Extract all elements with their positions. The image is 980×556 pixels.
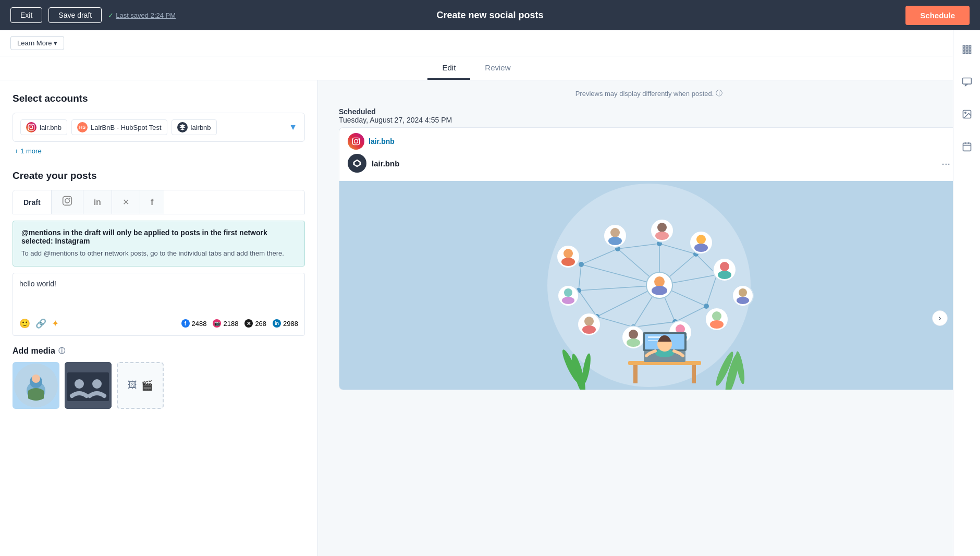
media-thumb-1[interactable] [13, 362, 59, 409]
top-bar-center: Create new social posts [436, 10, 543, 21]
image-icon: 🖼 [128, 380, 137, 391]
preview-note: Previews may display differently when po… [318, 80, 980, 103]
instagram-dot: 📷 [213, 319, 221, 328]
svg-point-79 [582, 325, 596, 334]
ai-icon[interactable]: ✦ [52, 318, 59, 329]
avatar-instagram [26, 122, 36, 132]
last-saved-link[interactable]: Last saved 2:24 PM [116, 11, 176, 19]
svg-point-78 [584, 317, 594, 326]
account-chip-label-dark: lairbnb [191, 124, 211, 131]
select-accounts-section: Select accounts lair.bnb HS LairBnB - Hu… [13, 93, 305, 155]
select-accounts-title: Select accounts [13, 93, 305, 104]
right-panel: Previews may display differently when po… [318, 80, 980, 556]
draft-tab-instagram[interactable] [52, 190, 83, 214]
svg-point-12 [75, 379, 84, 389]
media-thumb-2[interactable] [65, 362, 112, 409]
account-chip-lairbnb-instagram[interactable]: lair.bnb [20, 119, 67, 135]
account-chip-hubspot[interactable]: HS LairBnB - HubSpot Test [71, 119, 167, 135]
char-count-linkedin: in 2988 [273, 319, 298, 328]
avatar-hubspot: HS [77, 122, 88, 132]
svg-point-85 [652, 286, 667, 295]
preview-top-avatar-icon [348, 133, 364, 150]
mentions-info-box: @mentions in the draft will only be appl… [13, 221, 305, 267]
main-layout: Select accounts lair.bnb HS LairBnB - Hu… [0, 80, 980, 556]
accounts-container: lair.bnb HS LairBnB - HubSpot Test lairb… [13, 113, 305, 142]
svg-point-5 [69, 198, 70, 199]
learn-more-label: Learn More [17, 39, 52, 47]
svg-point-16 [358, 139, 359, 140]
info-box-text: To add @mentions to other network posts,… [21, 248, 296, 259]
svg-point-76 [627, 339, 640, 347]
account-chip-label-hubspot: LairBnB - HubSpot Test [91, 124, 162, 131]
add-media-button[interactable]: 🖼 🎬 [117, 362, 164, 409]
svg-point-81 [564, 288, 572, 297]
preview-top-account: lair.bnb [339, 128, 959, 154]
x-tab-icon: ✕ [123, 197, 129, 207]
preview-more-options[interactable]: ··· [941, 158, 950, 170]
instagram-tab-icon [62, 196, 72, 209]
svg-point-67 [737, 297, 749, 304]
save-draft-button[interactable]: Save draft [48, 7, 102, 23]
x-dot: ✕ [244, 319, 253, 328]
svg-point-45 [704, 304, 709, 309]
sidebar-image-icon[interactable] [958, 105, 976, 123]
svg-rect-14 [352, 138, 359, 144]
linkedin-dot: in [273, 319, 281, 328]
tab-edit[interactable]: Edit [427, 57, 470, 80]
add-media-title: Add media ⓘ [13, 346, 305, 356]
preview-avatar [348, 154, 366, 173]
svg-point-51 [564, 249, 573, 258]
attachment-icon[interactable]: 🔗 [35, 318, 46, 329]
svg-point-70 [710, 320, 724, 329]
info-box-title: @mentions in the draft will only be appl… [21, 228, 296, 245]
svg-rect-3 [63, 197, 71, 206]
more-accounts-link[interactable]: + 1 more [15, 147, 42, 155]
add-media-info-icon: ⓘ [58, 346, 65, 356]
svg-point-4 [65, 199, 69, 203]
account-chip-label: lair.bnb [40, 124, 62, 131]
right-sidebar-icons [953, 80, 980, 556]
svg-point-54 [610, 228, 620, 237]
preview-next-arrow[interactable]: › [932, 310, 948, 326]
schedule-button[interactable]: Schedule [905, 6, 970, 25]
svg-point-69 [712, 311, 721, 321]
char-count-x: ✕ 268 [244, 319, 266, 328]
draft-tab-linkedin[interactable]: in [83, 190, 112, 214]
top-bar: Exit Save draft ✓ Last saved 2:24 PM Cre… [0, 0, 980, 30]
char-count-facebook: f 2488 [181, 319, 207, 328]
svg-point-57 [657, 223, 667, 232]
account-chip-lairbnb-dark[interactable]: lairbnb [172, 119, 217, 135]
top-bar-left: Exit Save draft ✓ Last saved 2:24 PM [10, 7, 176, 23]
learn-more-button[interactable]: Learn More ▾ [10, 36, 64, 50]
exit-button[interactable]: Exit [10, 7, 42, 23]
preview-info-icon: ⓘ [716, 89, 722, 98]
avatar-dark [177, 122, 188, 132]
page-title: Create new social posts [436, 10, 543, 20]
svg-point-52 [561, 258, 575, 266]
preview-card: lair.bnb lair.bnb ··· [339, 127, 959, 390]
create-posts-title: Create your posts [13, 170, 305, 182]
tabs-bar: Edit Review [0, 56, 953, 80]
preview-image [339, 181, 959, 390]
check-icon: ✓ [108, 11, 114, 19]
add-media-section: Add media ⓘ [13, 346, 305, 409]
sidebar-calendar-icon[interactable] [958, 138, 976, 155]
emoji-icon[interactable]: 🙂 [19, 318, 30, 329]
post-textarea-wrap: hello world! 🙂 🔗 ✦ f 2488 📷 2188 [13, 273, 305, 336]
post-text-input[interactable]: hello world! [19, 280, 298, 311]
draft-tab-facebook[interactable]: f [140, 190, 164, 214]
accounts-dropdown-icon[interactable]: ▼ [289, 123, 297, 132]
char-counts: f 2488 📷 2188 ✕ 268 in [181, 319, 298, 328]
draft-tab-x[interactable]: ✕ [112, 190, 140, 214]
learn-more-dropdown-icon: ▾ [54, 39, 57, 47]
svg-point-13 [92, 379, 102, 389]
svg-rect-93 [633, 365, 638, 383]
svg-point-63 [720, 262, 729, 271]
draft-tab-draft[interactable]: Draft [13, 190, 52, 214]
sidebar-comment-icon[interactable] [958, 80, 976, 91]
tab-review[interactable]: Review [470, 57, 525, 80]
svg-rect-114 [963, 143, 971, 151]
scheduled-label: Scheduled [339, 107, 959, 116]
svg-rect-111 [962, 80, 971, 84]
svg-point-2 [33, 125, 33, 126]
